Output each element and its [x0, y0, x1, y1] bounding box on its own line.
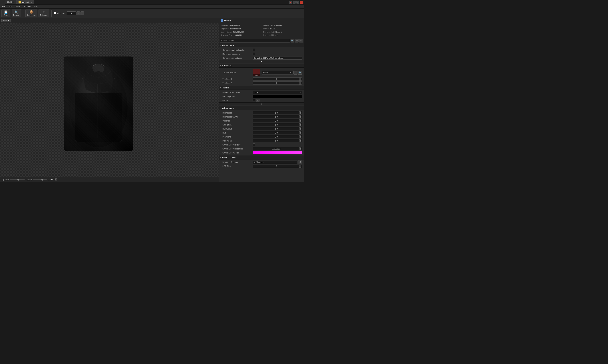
displayed-label: Displayed:: [221, 27, 229, 30]
power-of-two-select[interactable]: None ▾: [252, 91, 302, 94]
opacity-slider-thumb[interactable]: [17, 179, 19, 181]
mip-minus-button[interactable]: −: [77, 12, 80, 15]
compression-expand-row[interactable]: ▾: [219, 60, 304, 63]
srgb-checkbox[interactable]: [252, 99, 255, 102]
rgb-curve-up-icon[interactable]: ▲: [299, 127, 301, 129]
source-texture-dropdown[interactable]: None ▾: [262, 71, 293, 75]
power-of-two-value: None ▾: [252, 91, 302, 94]
brightness-down-icon[interactable]: ▼: [299, 113, 301, 114]
brightness-curve-input[interactable]: 1.0 ▲ ▼: [252, 115, 302, 118]
mip-level-input[interactable]: [67, 12, 76, 15]
resource-size-label: Resource Size:: [221, 34, 233, 37]
menu-edit[interactable]: Edit: [7, 5, 14, 8]
min-alpha-down-icon[interactable]: ▼: [299, 137, 301, 138]
menu-help[interactable]: Help: [33, 5, 40, 8]
zoom-expand-button[interactable]: ▾: [55, 178, 57, 181]
rgb-curve-val: 1.0: [253, 128, 299, 130]
source-texture-back-button[interactable]: ←: [293, 71, 297, 75]
tile-size-y-input[interactable]: 0 ▲ ▼: [252, 81, 302, 85]
opacity-slider[interactable]: [10, 179, 25, 180]
format-value: DXT5: [270, 27, 275, 30]
vibrance-input[interactable]: 0.0 ▲ ▼: [252, 119, 302, 122]
chroma-key-threshold-input[interactable]: 0.003922 ▲ ▼: [252, 147, 302, 150]
padding-color-swatch[interactable]: [252, 95, 302, 98]
eye-button[interactable]: 👁: [299, 39, 303, 42]
vibrance-up-icon[interactable]: ▲: [299, 119, 301, 121]
chroma-key-texture-checkbox[interactable]: [252, 143, 255, 146]
lod-bias-input[interactable]: 0 ▲ ▼: [252, 165, 302, 168]
maximize-button[interactable]: □: [296, 1, 299, 4]
close-button[interactable]: ✕: [300, 1, 303, 4]
zoom-slider[interactable]: [33, 179, 47, 180]
chroma-key-threshold-up-icon[interactable]: ▲: [299, 147, 301, 149]
section-header-compression[interactable]: ▼ Compression: [219, 43, 304, 47]
num-mips-label: Number of Mips:: [263, 34, 277, 37]
min-alpha-input[interactable]: 0.0 ▲ ▼: [252, 135, 302, 138]
saturation-up-icon[interactable]: ▲: [299, 123, 301, 125]
lod-body: Mip Gen Settings NoMipmaps ▾ ↺ LOD Bias: [219, 159, 304, 169]
vibrance-down-icon[interactable]: ▼: [299, 121, 301, 122]
tile-size-y-up-icon[interactable]: ▲: [299, 81, 301, 83]
tile-size-x-up-icon[interactable]: ▲: [299, 78, 301, 79]
power-of-two-row: Power Of Two Mode None ▾: [219, 91, 304, 94]
tab-close-icon[interactable]: ×: [31, 1, 32, 3]
pin-button[interactable]: 📌: [289, 1, 292, 4]
hue-up-icon[interactable]: ▲: [299, 131, 301, 133]
min-alpha-label: Min Alpha: [222, 136, 251, 138]
tile-size-y-down-icon[interactable]: ▼: [299, 83, 301, 84]
saturation-down-icon[interactable]: ▼: [299, 125, 301, 126]
chroma-key-color-swatch[interactable]: [252, 151, 302, 154]
tile-size-x-value: 0 ▲ ▼: [252, 77, 302, 81]
tile-size-x-down-icon[interactable]: ▼: [299, 79, 301, 80]
opacity-label: Opacity:: [2, 179, 9, 181]
section-header-texture[interactable]: ▼ Texture: [219, 86, 304, 90]
compress-without-alpha-checkbox[interactable]: [252, 49, 255, 51]
brightness-up-icon[interactable]: ▲: [299, 111, 301, 113]
rgb-curve-down-icon[interactable]: ▼: [299, 129, 301, 130]
reimport-button[interactable]: ↩ Reimport: [39, 9, 49, 17]
save-icon: 💾: [4, 10, 8, 14]
brightness-curve-down-icon[interactable]: ▼: [299, 117, 301, 118]
defer-compression-checkbox[interactable]: [252, 53, 255, 55]
max-alpha-up-icon[interactable]: ▲: [299, 139, 301, 141]
section-header-source2d[interactable]: ▼ Source 2D: [219, 64, 304, 67]
mip-gen-reset-button[interactable]: ↺: [298, 160, 302, 164]
main-layout: View ▾ present: [0, 18, 304, 182]
tab-present[interactable]: present* ×: [16, 0, 34, 4]
lod-bias-up-icon[interactable]: ▲: [299, 165, 301, 166]
brightness-curve-up-icon[interactable]: ▲: [299, 115, 301, 117]
hue-input[interactable]: 0.0 ▲ ▼: [252, 131, 302, 134]
rgb-curve-input[interactable]: 1.0 ▲ ▼: [252, 127, 302, 130]
menu-asset[interactable]: Asset: [14, 5, 22, 8]
mip-level-checkbox[interactable]: [54, 12, 56, 14]
tile-size-x-input[interactable]: 0 ▲ ▼: [252, 77, 302, 81]
min-alpha-up-icon[interactable]: ▲: [299, 135, 301, 137]
grid-view-button[interactable]: ⊞: [295, 39, 299, 42]
tab-untitled[interactable]: Untitled: [5, 0, 16, 4]
max-alpha-down-icon[interactable]: ▼: [299, 141, 301, 142]
search-button[interactable]: 🔍: [291, 39, 294, 42]
source-texture-find-button[interactable]: 🔍: [298, 71, 302, 75]
menu-file[interactable]: File: [1, 5, 7, 8]
saturation-input[interactable]: 1.0 ▲ ▼: [252, 123, 302, 126]
mip-plus-button[interactable]: +: [80, 12, 84, 15]
menu-window[interactable]: Window: [22, 5, 32, 8]
section-header-adjustments[interactable]: ▼ Adjustments: [219, 106, 304, 110]
save-button[interactable]: 💾 Save: [1, 9, 10, 17]
search-details-input[interactable]: [220, 39, 290, 42]
mip-gen-settings-select[interactable]: NoMipmaps ▾: [252, 161, 297, 164]
lod-bias-down-icon[interactable]: ▼: [299, 166, 301, 168]
chroma-key-threshold-down-icon[interactable]: ▼: [299, 149, 301, 150]
hue-down-icon[interactable]: ▼: [299, 133, 301, 134]
browse-button[interactable]: 🔍 Browse: [12, 9, 21, 17]
srgb-reset-button[interactable]: ↺: [256, 99, 260, 102]
texture-expand-row[interactable]: ▾: [219, 103, 304, 105]
compression-settings-select[interactable]: Default (DXT1/5, BC1/3 on DX11) ▾: [252, 56, 302, 60]
max-alpha-input[interactable]: 1.0 ▲ ▼: [252, 139, 302, 143]
brightness-input[interactable]: 1.0 ▲ ▼: [252, 111, 302, 115]
compress-button[interactable]: 📦 Compress: [26, 9, 37, 17]
zoom-slider-thumb[interactable]: [41, 179, 43, 181]
view-button[interactable]: View ▾: [1, 19, 11, 22]
minimize-button[interactable]: ─: [293, 1, 296, 4]
section-header-lod[interactable]: ▼ Level Of Detail: [219, 156, 304, 159]
